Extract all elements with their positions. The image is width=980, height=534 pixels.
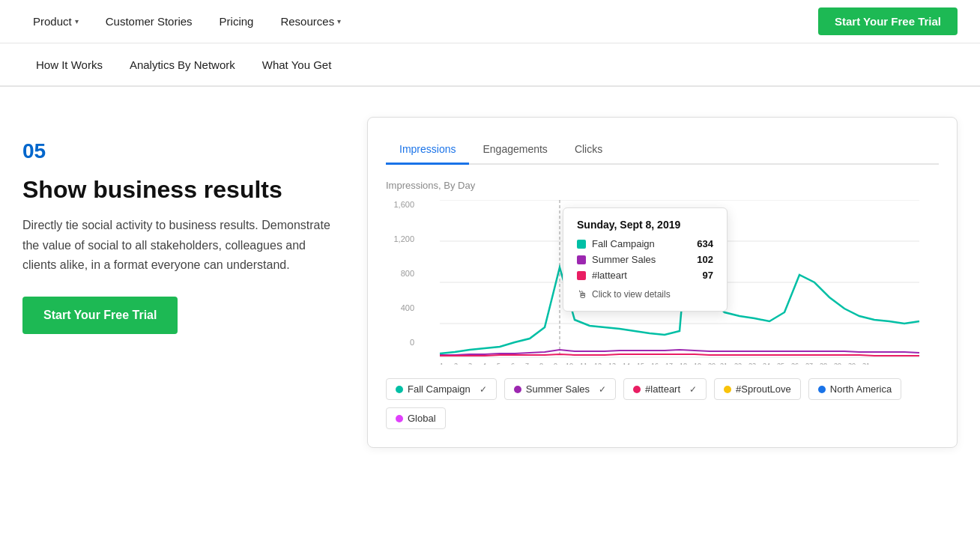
legend-summer-sales[interactable]: Summer Sales ✓	[504, 378, 616, 400]
chevron-down-icon: ▾	[337, 17, 341, 25]
chart-tooltip: Sunday, Sept 8, 2019 Fall Campaign 634	[563, 207, 728, 312]
sub-navigation: How It Works Analytics By Network What Y…	[0, 43, 980, 87]
svg-text:25: 25	[777, 362, 784, 365]
svg-text:1: 1	[440, 362, 444, 365]
tooltip-dot-summer	[577, 255, 586, 264]
svg-text:19: 19	[694, 362, 701, 365]
legend-check-latteart: ✓	[689, 384, 697, 395]
tooltip-dot-fall	[577, 240, 586, 249]
tooltip-label-latteart: #latteart	[592, 270, 627, 281]
chart-legend: Fall Campaign ✓ Summer Sales ✓ #latteart…	[386, 378, 939, 429]
tab-impressions[interactable]: Impressions	[386, 136, 469, 165]
svg-text:2: 2	[454, 362, 458, 365]
svg-text:8: 8	[539, 362, 543, 365]
subnav-analytics-by-network[interactable]: Analytics By Network	[116, 43, 249, 86]
svg-text:3: 3	[468, 362, 472, 365]
svg-text:16: 16	[651, 362, 659, 365]
svg-text:15: 15	[637, 362, 644, 365]
main-cta-button[interactable]: Start Your Free Trial	[22, 297, 178, 334]
chart-label: Impressions, By Day	[386, 180, 939, 191]
legend-dot-sproutlove	[724, 386, 731, 393]
nav-pricing[interactable]: Pricing	[209, 0, 264, 43]
legend-dot-global	[396, 415, 403, 422]
tooltip-date: Sunday, Sept 8, 2019	[577, 219, 713, 231]
svg-text:20: 20	[708, 362, 716, 365]
svg-text:13: 13	[608, 362, 616, 365]
legend-dot-north-america	[818, 386, 826, 393]
nav-left: Product ▾ Customer Stories Pricing Resou…	[22, 0, 818, 43]
left-panel: 05 Show business results Directly tie so…	[22, 117, 337, 334]
svg-text:22: 22	[734, 362, 742, 365]
svg-text:6: 6	[511, 362, 515, 365]
tab-clicks[interactable]: Clicks	[561, 136, 616, 163]
chart-tabs: Impressions Engagements Clicks	[386, 136, 939, 165]
top-cta-button[interactable]: Start Your Free Trial	[818, 7, 958, 35]
tooltip-label-summer: Summer Sales	[592, 254, 656, 265]
tooltip-label-fall: Fall Campaign	[592, 238, 655, 249]
legend-north-america[interactable]: North America	[808, 378, 901, 400]
nav-resources-label: Resources	[280, 15, 334, 28]
svg-text:26: 26	[791, 362, 799, 365]
section-description: Directly tie social activity to business…	[22, 216, 337, 275]
section-title: Show business results	[22, 175, 337, 204]
legend-label-fall: Fall Campaign	[408, 383, 471, 395]
tooltip-val-summer: 102	[697, 254, 713, 265]
svg-text:23: 23	[748, 362, 756, 365]
svg-text:10: 10	[566, 362, 573, 365]
legend-dot-fall	[396, 386, 403, 393]
legend-global[interactable]: Global	[386, 407, 446, 429]
top-navigation: Product ▾ Customer Stories Pricing Resou…	[0, 0, 980, 43]
svg-text:18: 18	[680, 362, 687, 365]
nav-product[interactable]: Product ▾	[22, 0, 89, 43]
nav-product-label: Product	[33, 15, 72, 28]
legend-check-fall: ✓	[480, 384, 487, 395]
legend-sproutlove[interactable]: #SproutLove	[714, 378, 801, 400]
tooltip-val-fall: 634	[697, 238, 713, 249]
svg-text:29: 29	[834, 362, 841, 365]
chart-panel: Impressions Engagements Clicks Impressio…	[367, 117, 958, 448]
svg-text:30: 30	[848, 362, 856, 365]
subnav-what-you-get[interactable]: What You Get	[249, 43, 345, 86]
svg-text:4: 4	[483, 362, 486, 365]
y-axis: 0 400 800 1,200 1,600	[386, 200, 414, 365]
svg-text:12: 12	[594, 362, 602, 365]
svg-text:14: 14	[623, 362, 630, 365]
svg-text:9: 9	[554, 362, 557, 365]
y-label-400: 400	[386, 303, 414, 312]
tooltip-row-fall: Fall Campaign 634	[577, 238, 713, 249]
svg-text:11: 11	[580, 362, 587, 365]
svg-text:5: 5	[497, 362, 500, 365]
main-content: 05 Show business results Directly tie so…	[0, 87, 980, 478]
legend-dot-latteart	[633, 386, 641, 393]
legend-label-north-america: North America	[830, 383, 892, 395]
tooltip-val-latteart: 97	[703, 270, 713, 281]
chevron-down-icon: ▾	[75, 17, 79, 25]
legend-label-global: Global	[408, 413, 436, 424]
legend-label-summer: Summer Sales	[526, 383, 590, 395]
svg-text:17: 17	[665, 362, 673, 365]
cursor-icon: 🖱	[577, 288, 587, 300]
svg-text:21: 21	[720, 362, 728, 365]
legend-label-sproutlove: #SproutLove	[736, 383, 791, 395]
y-label-1600: 1,600	[386, 200, 414, 209]
chart-area: 0 400 800 1,200 1,600	[386, 200, 939, 429]
tooltip-cta[interactable]: 🖱 Click to view details	[577, 288, 713, 300]
legend-fall-campaign[interactable]: Fall Campaign ✓	[386, 378, 497, 400]
nav-customer-stories-label: Customer Stories	[106, 15, 193, 28]
tab-engagements[interactable]: Engagements	[469, 136, 560, 163]
legend-label-latteart: #latteart	[645, 383, 680, 395]
tooltip-cta-label: Click to view details	[592, 289, 671, 300]
nav-pricing-label: Pricing	[220, 15, 254, 28]
subnav-how-it-works[interactable]: How It Works	[22, 43, 116, 86]
tooltip-row-summer: Summer Sales 102	[577, 254, 713, 265]
legend-dot-summer	[514, 386, 521, 393]
y-label-800: 800	[386, 269, 414, 278]
nav-customer-stories[interactable]: Customer Stories	[95, 0, 203, 43]
svg-text:28: 28	[820, 362, 827, 365]
tooltip-dot-latteart	[577, 271, 586, 280]
legend-latteart[interactable]: #latteart ✓	[623, 378, 707, 400]
nav-resources[interactable]: Resources ▾	[270, 0, 351, 43]
svg-text:7: 7	[525, 362, 529, 365]
legend-check-summer: ✓	[599, 384, 606, 395]
chart-wrapper: 0 400 800 1,200 1,600	[386, 200, 939, 365]
